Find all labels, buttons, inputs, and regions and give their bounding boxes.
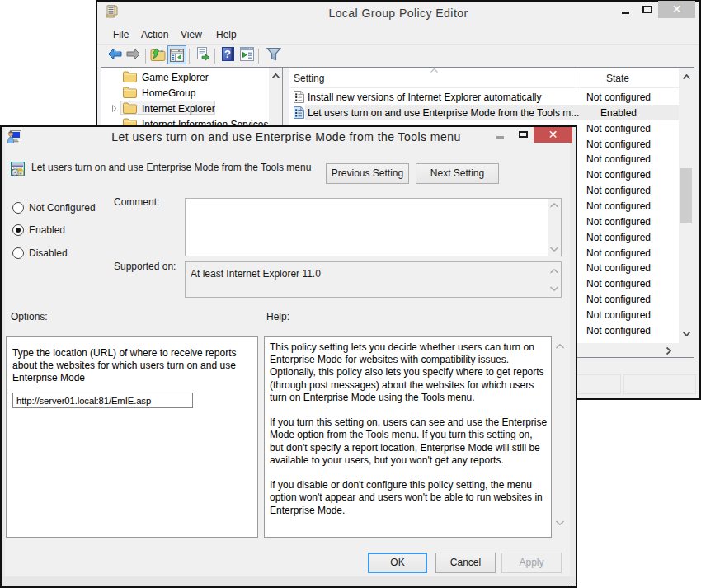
svg-text:?: ? xyxy=(224,48,231,60)
